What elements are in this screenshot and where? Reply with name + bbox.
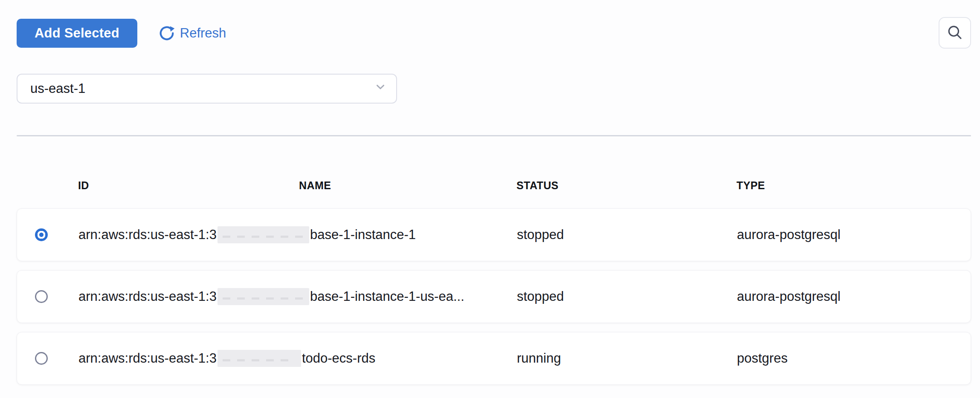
instance-arn-prefix: arn:aws:rds:us-east-1:3 [78, 289, 217, 304]
section-divider [17, 135, 971, 136]
redaction-box [217, 350, 301, 367]
instance-type: aurora-postgresql [737, 289, 971, 304]
instance-status: running [517, 351, 737, 366]
instance-arn-prefix: arn:aws:rds:us-east-1:3 [78, 227, 217, 242]
instance-id-cell: arn:aws:rds:us-east-1:3 base-1-instance-… [78, 226, 517, 243]
row-radio[interactable] [35, 352, 48, 365]
instance-id-cell: arn:aws:rds:us-east-1:3 todo-ecs-rds [78, 350, 517, 367]
instance-list: arn:aws:rds:us-east-1:3 base-1-instance-… [17, 208, 971, 385]
instance-row[interactable]: arn:aws:rds:us-east-1:3 base-1-instance-… [17, 208, 971, 261]
region-dropdown[interactable]: us-east-1 [17, 74, 397, 104]
instance-status: stopped [517, 289, 737, 304]
refresh-button[interactable]: Refresh [159, 25, 226, 41]
search-button[interactable] [939, 17, 971, 49]
radio-cell [17, 290, 78, 303]
instance-type: aurora-postgresql [737, 227, 971, 242]
rds-instance-picker: Add Selected Refresh us-east-1 [0, 0, 980, 398]
chevron-down-icon [374, 81, 387, 97]
instance-row[interactable]: arn:aws:rds:us-east-1:3 base-1-instance-… [17, 270, 971, 323]
instance-name: base-1-instance-1 [310, 227, 416, 242]
toolbar: Add Selected Refresh [17, 18, 971, 49]
redaction-box [217, 288, 309, 305]
redaction-box [217, 226, 309, 243]
row-radio[interactable] [35, 290, 48, 303]
instance-status: stopped [517, 227, 737, 242]
header-spacer [17, 179, 78, 192]
instance-name: base-1-instance-1-us-ea... [310, 289, 464, 304]
column-header-id: ID [78, 179, 299, 192]
column-header-name: NAME [299, 179, 516, 192]
table-header: ID NAME STATUS TYPE [17, 179, 971, 192]
instance-type: postgres [737, 351, 971, 366]
instance-id-cell: arn:aws:rds:us-east-1:3 base-1-instance-… [78, 288, 517, 305]
column-header-status: STATUS [516, 179, 736, 192]
instance-row[interactable]: arn:aws:rds:us-east-1:3 todo-ecs-rds run… [17, 332, 971, 385]
instance-arn-prefix: arn:aws:rds:us-east-1:3 [78, 351, 217, 366]
add-selected-button[interactable]: Add Selected [17, 19, 137, 48]
instance-name: todo-ecs-rds [302, 351, 375, 366]
refresh-icon [159, 25, 175, 41]
radio-cell [17, 228, 78, 241]
row-radio[interactable] [35, 228, 48, 241]
search-icon [946, 24, 963, 42]
column-header-type: TYPE [736, 179, 971, 192]
region-dropdown-value: us-east-1 [30, 81, 85, 96]
refresh-label: Refresh [180, 26, 226, 41]
radio-cell [17, 352, 78, 365]
